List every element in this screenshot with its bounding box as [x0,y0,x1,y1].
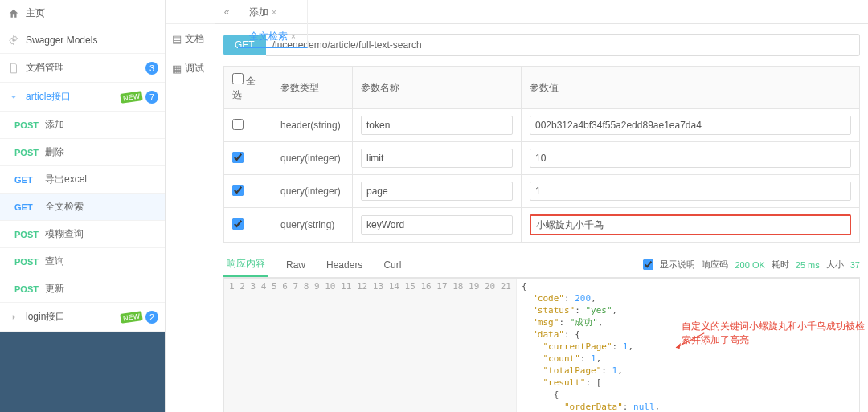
method-label: GET [14,202,45,212]
sidebar-item-label: article接口 [26,90,71,104]
sub-label: 更新 [45,282,64,296]
param-name-input[interactable] [361,182,513,201]
sub-label: 查询 [45,255,64,268]
rtab-raw[interactable]: Raw [283,255,309,275]
sidebar-sub-item[interactable]: POST模糊查询 [0,221,165,248]
center-panel: ▤文档 ▦调试 [166,0,215,412]
rtab-headers[interactable]: Headers [323,255,366,275]
close-icon[interactable]: × [291,32,296,41]
annotation-text: 自定义的关键词小螺旋丸和小千鸟成功被检索并添加了高亮 [682,320,868,347]
badge-new: NEW [120,91,142,104]
method-label: POST [14,120,45,130]
sidebar-sub-item[interactable]: GET全文检索 [0,194,165,221]
badge-count: 3 [145,62,158,75]
param-type: query(integer) [272,175,353,208]
sidebar-item-label: login接口 [26,310,65,324]
doc-icon [8,63,19,74]
param-type: query(string) [272,208,353,243]
sub-label: 模糊查询 [45,227,84,241]
center-top [166,0,215,24]
sub-label: 添加 [45,118,64,132]
param-name-input[interactable] [361,215,513,235]
sidebar-item-label: 文档管理 [26,61,64,75]
url-row: GET [223,34,860,56]
th-value: 参数值 [522,67,860,109]
badge-count: 2 [145,311,158,324]
main: « 主页添加×全文检索× GET 全选 参数类型 参数名称 参数值 header… [215,0,868,412]
th-name: 参数名称 [353,67,522,109]
method-label: GET [14,175,45,185]
row-checkbox[interactable] [232,185,244,196]
param-value-input[interactable] [530,214,851,235]
chevron-down-icon [8,92,19,103]
arrow-icon [671,331,707,351]
sidebar-item-label: Swagger Models [26,35,97,46]
param-row: query(integer) [224,175,860,208]
svg-marker-2 [676,343,681,349]
gear-icon [8,35,19,46]
row-checkbox[interactable] [232,152,244,163]
tab[interactable]: 添加× [238,0,308,24]
th-type: 参数类型 [272,67,353,109]
sidebar-sub-item[interactable]: POST添加 [0,112,165,139]
response-tabs: 响应内容 Raw Headers Curl 显示说明 响应码 200 OK耗时 … [223,252,860,278]
method-label: POST [14,284,45,294]
sub-label: 导出excel [45,173,87,186]
sub-label: 删除 [45,145,64,159]
sidebar-item-docs[interactable]: 文档管理 3 [0,54,165,83]
sidebar-sub-item[interactable]: POST更新 [0,275,165,303]
param-type: header(string) [272,109,353,142]
tab-bar: « 主页添加×全文检索× [215,0,868,24]
method-label: POST [14,257,45,267]
collapse-icon[interactable]: « [215,6,238,18]
param-value-input[interactable] [530,116,851,135]
sub-label: 全文检索 [45,200,84,214]
badge-count: 7 [145,91,158,104]
sidebar-fill [0,332,165,412]
center-tab-doc[interactable]: ▤文档 [166,24,215,54]
checkbox-all[interactable] [232,73,244,84]
param-row: query(integer) [224,142,860,175]
center-tab-debug[interactable]: ▦调试 [166,54,215,84]
param-type: query(integer) [272,142,353,175]
badge-new: NEW [120,311,142,324]
row-checkbox[interactable] [232,218,244,230]
method-label: POST [14,148,45,157]
method-label: POST [14,230,45,239]
sidebar-sub-item[interactable]: POST查询 [0,248,165,275]
param-row: header(string) [224,109,860,142]
response-meta: 显示说明 响应码 200 OK耗时 25 ms大小 37 [643,259,860,271]
sidebar-item-article[interactable]: article接口 NEW7 [0,83,165,112]
sidebar-sub-item[interactable]: POST删除 [0,139,165,166]
rtab-content[interactable]: 响应内容 [223,252,268,277]
close-icon[interactable]: × [272,8,276,17]
param-value-input[interactable] [530,182,851,201]
tab[interactable]: 全文检索× [238,24,308,48]
doc-icon: ▤ [172,33,182,45]
sidebar-title: 主页 [26,6,45,20]
param-row: query(string) [224,208,860,243]
row-checkbox[interactable] [232,119,244,130]
sidebar: 主页 Swagger Models 文档管理 3 article接口 NEW7 … [0,0,166,412]
show-desc-checkbox[interactable] [643,259,653,270]
url-input[interactable] [266,34,860,56]
param-value-input[interactable] [530,149,851,168]
sidebar-sub-item[interactable]: GET导出excel [0,166,165,194]
chevron-right-icon [8,312,19,323]
sidebar-item-swagger[interactable]: Swagger Models [0,27,165,54]
param-name-input[interactable] [361,149,513,168]
rtab-curl[interactable]: Curl [380,255,404,275]
gutter: 1 2 3 4 5 6 7 8 9 10 11 12 13 14 15 16 1… [224,279,517,412]
param-name-input[interactable] [361,116,513,135]
bug-icon: ▦ [172,63,182,75]
sidebar-item-login[interactable]: login接口 NEW2 [0,303,165,332]
home-icon [8,8,19,19]
sidebar-home[interactable]: 主页 [0,0,165,27]
param-table: 全选 参数类型 参数名称 参数值 header(string) query(in… [223,66,860,243]
th-check: 全选 [224,67,272,109]
